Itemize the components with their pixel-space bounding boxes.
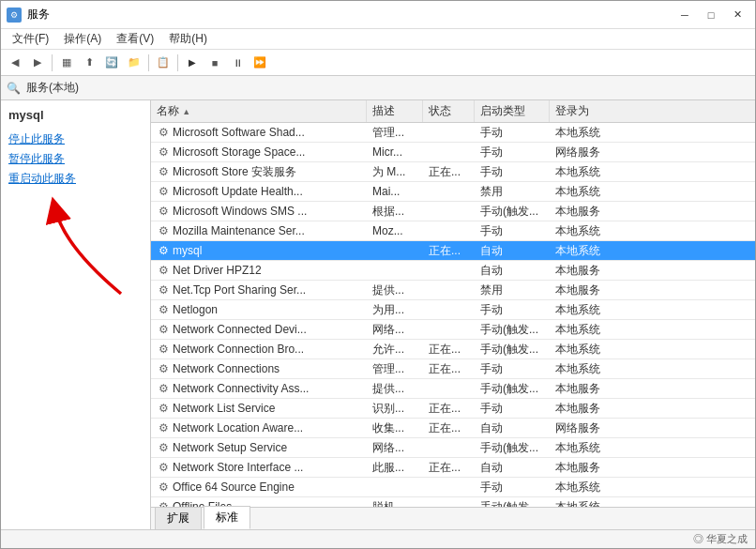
service-gear-icon bbox=[157, 441, 170, 454]
cell-desc bbox=[367, 261, 423, 280]
cell-startup: 自动 bbox=[475, 261, 550, 280]
cell-desc: Moz... bbox=[367, 221, 423, 240]
service-gear-icon bbox=[157, 126, 170, 139]
tab-standard[interactable]: 标准 bbox=[204, 506, 250, 529]
col-header-startup[interactable]: 启动类型 bbox=[475, 100, 550, 122]
cell-status bbox=[423, 300, 475, 319]
cell-startup: 手动(触发... bbox=[475, 320, 550, 339]
table-row[interactable]: Microsoft Update Health... Mai... 禁用 本地系… bbox=[151, 182, 755, 202]
table-row[interactable]: Netlogon 为用... 手动 本地系统 bbox=[151, 300, 755, 320]
service-gear-icon bbox=[157, 500, 170, 507]
cell-status bbox=[423, 123, 475, 142]
cell-status bbox=[423, 438, 475, 457]
left-panel: mysql 停止此服务 暂停此服务 重启动此服务 bbox=[1, 100, 151, 529]
cell-login: 本地服务 bbox=[550, 379, 625, 398]
col-header-login[interactable]: 登录为 bbox=[550, 100, 625, 122]
window-title: 服务 bbox=[27, 7, 50, 23]
main-content: mysql 停止此服务 暂停此服务 重启动此服务 bbox=[1, 100, 755, 529]
cell-status: 正在... bbox=[423, 419, 475, 437]
table-row[interactable]: Microsoft Windows SMS ... 根据... 手动(触发...… bbox=[151, 202, 755, 221]
address-icon: 🔍 bbox=[7, 82, 21, 95]
properties-button[interactable]: 📋 bbox=[153, 53, 174, 73]
service-gear-icon bbox=[157, 480, 170, 494]
tab-expand[interactable]: 扩展 bbox=[155, 507, 202, 529]
cell-desc: 管理... bbox=[367, 359, 423, 378]
table-row[interactable]: Network List Service 识别... 正在... 手动 本地服务 bbox=[151, 399, 755, 419]
address-text: 服务(本地) bbox=[26, 80, 79, 96]
cell-name: Network Location Aware... bbox=[151, 419, 367, 437]
cell-name: Network List Service bbox=[151, 399, 367, 418]
up-button[interactable]: ⬆ bbox=[79, 53, 99, 73]
menu-view[interactable]: 查看(V) bbox=[109, 29, 161, 49]
menu-action[interactable]: 操作(A) bbox=[56, 29, 109, 49]
cell-login: 本地服务 bbox=[550, 458, 625, 477]
cell-name: Mozilla Maintenance Ser... bbox=[151, 221, 367, 240]
col-header-name[interactable]: 名称 ▲ bbox=[151, 100, 367, 122]
col-header-desc[interactable]: 描述 bbox=[367, 100, 423, 122]
cell-login: 本地系统 bbox=[550, 359, 625, 378]
table-row[interactable]: Microsoft Software Shad... 管理... 手动 本地系统 bbox=[151, 123, 755, 143]
table-row[interactable]: Office 64 Source Engine 手动 本地系统 bbox=[151, 478, 755, 497]
cell-startup: 手动 bbox=[475, 359, 550, 378]
cell-startup: 禁用 bbox=[475, 281, 550, 299]
cell-name: mysql bbox=[151, 241, 367, 260]
service-gear-icon bbox=[157, 382, 170, 395]
cell-login: 本地系统 bbox=[550, 340, 625, 358]
cell-status bbox=[423, 320, 475, 339]
service-gear-icon bbox=[157, 362, 170, 375]
minimize-button[interactable]: ─ bbox=[673, 6, 697, 24]
cell-login: 本地服务 bbox=[550, 281, 625, 299]
cell-login: 本地系统 bbox=[550, 438, 625, 457]
pause-button[interactable]: ⏸ bbox=[227, 53, 248, 73]
play-button[interactable]: ▶ bbox=[182, 53, 203, 73]
service-gear-icon bbox=[157, 145, 170, 159]
cell-status: 正在... bbox=[423, 458, 475, 477]
cell-desc: 识别... bbox=[367, 399, 423, 418]
status-text: ◎ 华夏之成 bbox=[693, 532, 748, 546]
services-table[interactable]: 名称 ▲ 描述 状态 启动类型 登录为 Microsoft Software S… bbox=[151, 100, 755, 507]
forward-button[interactable]: ▶ bbox=[27, 53, 48, 73]
table-row[interactable]: Network Setup Service 网络... 手动(触发... 本地系… bbox=[151, 438, 755, 458]
maximize-button[interactable]: □ bbox=[699, 6, 723, 24]
cell-desc: 为用... bbox=[367, 300, 423, 319]
annotation-arrow-container bbox=[8, 209, 143, 522]
pause-service-link[interactable]: 暂停此服务 bbox=[8, 151, 143, 167]
cell-desc: 脱机... bbox=[367, 497, 423, 507]
table-row[interactable]: Net Driver HPZ12 自动 本地服务 bbox=[151, 261, 755, 281]
col-header-status[interactable]: 状态 bbox=[423, 100, 475, 122]
bottom-tabs: 扩展 标准 bbox=[151, 507, 755, 529]
table-row[interactable]: Network Location Aware... 收集... 正在... 自动… bbox=[151, 419, 755, 438]
table-row[interactable]: Mozilla Maintenance Ser... Moz... 手动 本地系… bbox=[151, 221, 755, 241]
cell-desc: 为 M... bbox=[367, 162, 423, 181]
cell-name: Microsoft Software Shad... bbox=[151, 123, 367, 142]
cell-desc: 网络... bbox=[367, 438, 423, 457]
menu-file[interactable]: 文件(F) bbox=[5, 29, 56, 49]
table-row[interactable]: Net.Tcp Port Sharing Ser... 提供... 禁用 本地服… bbox=[151, 281, 755, 300]
restart-service-link[interactable]: 重启动此服务 bbox=[8, 171, 143, 187]
show-hide-button[interactable]: ▦ bbox=[56, 53, 77, 73]
table-row[interactable]: Microsoft Store 安装服务 为 M... 正在... 手动 本地系… bbox=[151, 162, 755, 182]
table-row[interactable]: mysql 正在... 自动 本地系统 bbox=[151, 241, 755, 261]
cell-login: 网络服务 bbox=[550, 143, 625, 161]
refresh-button[interactable]: 🔄 bbox=[101, 53, 122, 73]
restart-button[interactable]: ⏩ bbox=[249, 53, 270, 73]
back-button[interactable]: ◀ bbox=[5, 53, 25, 73]
menu-help[interactable]: 帮助(H) bbox=[161, 29, 215, 49]
cell-startup: 手动 bbox=[475, 123, 550, 142]
close-button[interactable]: ✕ bbox=[725, 6, 749, 24]
stop-service-link[interactable]: 停止此服务 bbox=[8, 131, 143, 147]
table-row[interactable]: Network Connectivity Ass... 提供... 手动(触发.… bbox=[151, 379, 755, 399]
cell-desc: 提供... bbox=[367, 281, 423, 299]
service-gear-icon bbox=[157, 343, 170, 356]
stop-button[interactable]: ■ bbox=[204, 53, 225, 73]
cell-login: 网络服务 bbox=[550, 419, 625, 437]
table-row[interactable]: Network Store Interface ... 此服... 正在... … bbox=[151, 458, 755, 478]
cell-startup: 手动(触发... bbox=[475, 340, 550, 358]
folder-button[interactable]: 📁 bbox=[124, 53, 144, 73]
table-row[interactable]: Network Connections 管理... 正在... 手动 本地系统 bbox=[151, 359, 755, 379]
table-row[interactable]: Microsoft Storage Space... Micr... 手动 网络… bbox=[151, 143, 755, 162]
table-row[interactable]: Network Connected Devi... 网络... 手动(触发...… bbox=[151, 320, 755, 340]
table-row[interactable]: Network Connection Bro... 允许... 正在... 手动… bbox=[151, 340, 755, 359]
cell-status bbox=[423, 497, 475, 507]
cell-name: Office 64 Source Engine bbox=[151, 478, 367, 496]
